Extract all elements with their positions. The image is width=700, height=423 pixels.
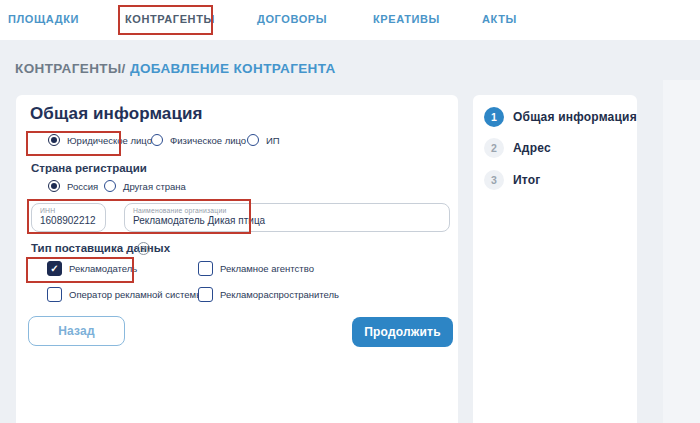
inn-field[interactable]: ИНН 1608902212 [31,203,106,232]
checkbox-checked-icon: ✓ [47,261,62,276]
check-icon: ✓ [50,264,58,274]
inn-field-label: ИНН [40,207,105,214]
checkbox-unchecked-icon [47,287,62,302]
radio-on-icon [48,134,60,146]
breadcrumb-current: ДОБАВЛЕНИЕ КОНТРАГЕНТА [130,61,336,76]
continue-button[interactable]: Продолжить [352,317,453,347]
org-name-field[interactable]: Наименование организации Рекламодатель Д… [124,203,450,232]
country-section-label: Страна регистрации [31,162,147,174]
radio-off-icon [247,134,259,146]
step-summary[interactable]: 3 Итог [484,170,540,190]
inn-field-value: 1608902212 [40,215,105,226]
radio-legal-entity[interactable]: Юридическое лицо [48,134,152,146]
checkbox-ad-system-operator[interactable]: Оператор рекламной системы [47,287,203,302]
page: ПЛОЩАДКИ КОНТРАГЕНТЫ ДОГОВОРЫ КРЕАТИВЫ А… [0,0,700,423]
radio-ip[interactable]: ИП [247,134,280,146]
radio-label: Другая страна [123,181,186,192]
step-number-badge: 2 [484,138,504,158]
step-label: Итог [513,173,540,187]
steps-sidebar: 1 Общая информация 2 Адрес 3 Итог [473,95,637,423]
breadcrumb-parent[interactable]: КОНТРАГЕНТЫ/ [15,61,126,76]
nav-item-platforms[interactable]: ПЛОЩАДКИ [8,13,79,25]
radio-individual[interactable]: Физическое лицо [151,134,246,146]
checkbox-label: Рекламодатель [69,263,137,274]
radio-off-icon [104,180,116,192]
nav-item-acts[interactable]: АКТЫ [482,13,517,25]
form-card: Общая информация Юридическое лицо Физиче… [16,95,458,423]
form-title: Общая информация [30,104,203,124]
step-number-badge: 3 [484,170,504,190]
radio-label: Юридическое лицо [67,135,152,146]
org-name-field-value: Рекламодатель Дикая птица [133,215,449,226]
checkbox-advertiser[interactable]: ✓ Рекламодатель [47,261,137,276]
radio-label: ИП [266,135,280,146]
radio-other-country[interactable]: Другая страна [104,180,186,192]
checkbox-ad-agency[interactable]: Рекламное агентство [198,261,314,276]
nav-item-creatives[interactable]: КРЕАТИВЫ [373,13,440,25]
top-nav: ПЛОЩАДКИ КОНТРАГЕНТЫ ДОГОВОРЫ КРЕАТИВЫ А… [0,0,700,40]
checkbox-unchecked-icon [198,261,213,276]
step-address[interactable]: 2 Адрес [484,138,551,158]
step-number-badge: 1 [484,107,504,127]
radio-label: Физическое лицо [170,135,246,146]
nav-item-contractors[interactable]: КОНТРАГЕНТЫ [125,13,215,25]
radio-label: Россия [67,181,98,192]
step-label: Общая информация [513,110,637,124]
checkbox-label: Рекламное агентство [220,263,314,274]
help-question-icon[interactable]: ? [137,242,150,255]
checkbox-unchecked-icon [198,287,213,302]
checkbox-label: Оператор рекламной системы [69,289,203,300]
back-button[interactable]: Назад [28,316,125,346]
checkbox-ad-distributor[interactable]: Рекламораспространитель [198,287,339,302]
radio-off-icon [151,134,163,146]
step-general-info[interactable]: 1 Общая информация [484,107,637,127]
radio-on-icon [48,180,60,192]
breadcrumb: КОНТРАГЕНТЫ/ ДОБАВЛЕНИЕ КОНТРАГЕНТА [15,61,336,76]
nav-item-contracts[interactable]: ДОГОВОРЫ [257,13,327,25]
step-label: Адрес [513,141,551,155]
radio-russia[interactable]: Россия [48,180,98,192]
right-strip [663,80,700,423]
org-name-field-label: Наименование организации [133,207,449,214]
checkbox-label: Рекламораспространитель [220,289,339,300]
